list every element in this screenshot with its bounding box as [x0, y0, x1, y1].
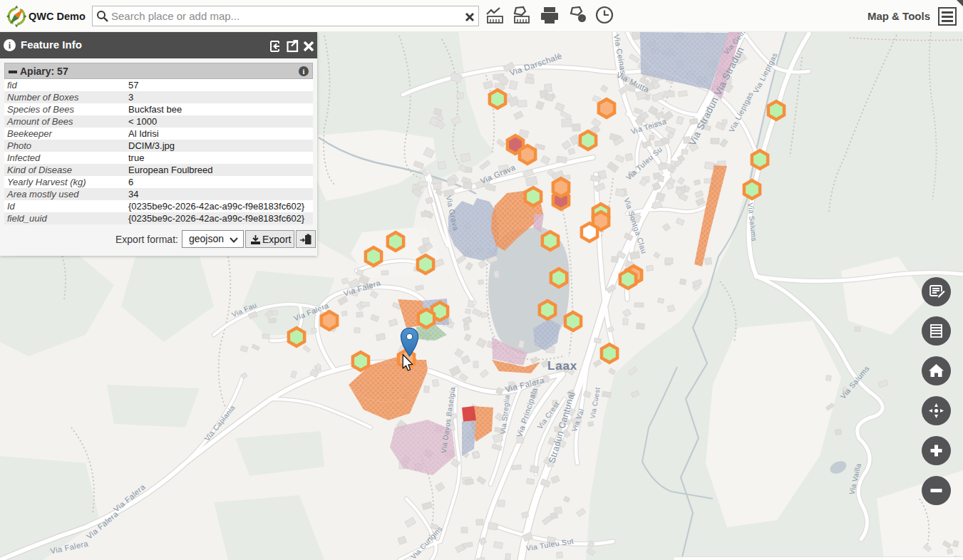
svg-text:i: i — [303, 68, 305, 76]
svg-text:Laax: Laax — [547, 359, 577, 373]
svg-text:i: i — [9, 41, 11, 51]
